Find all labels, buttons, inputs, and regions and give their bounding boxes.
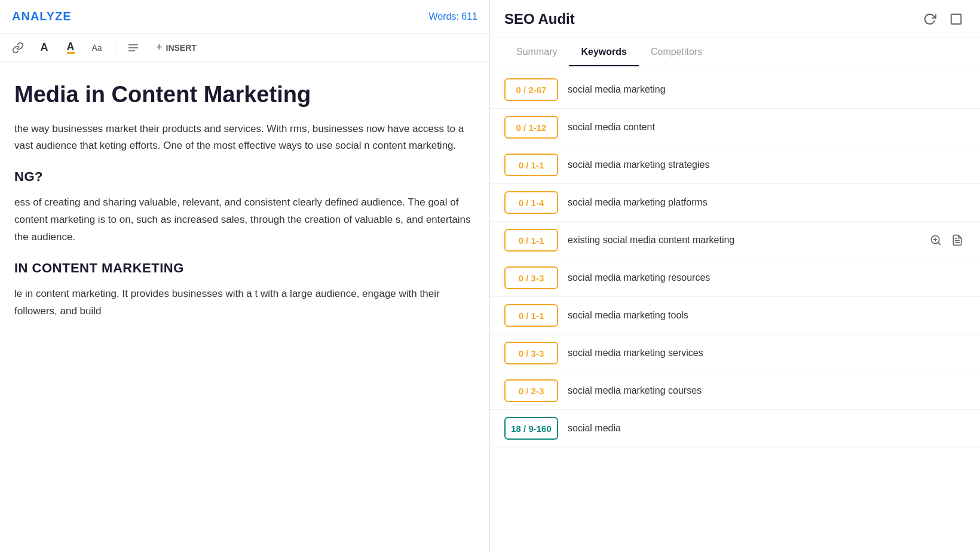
- expand-icon[interactable]: [947, 10, 966, 29]
- seo-header-actions: [920, 10, 966, 29]
- keywords-list: 0 / 2-67 social media marketing 0 / 1-12…: [490, 66, 980, 552]
- keyword-text: existing social media content marketing: [568, 235, 918, 246]
- keyword-badge: 0 / 1-12: [504, 116, 558, 139]
- keyword-article-icon[interactable]: [949, 232, 966, 249]
- keyword-text: social media marketing services: [568, 348, 966, 358]
- keyword-item: 0 / 2-3 social media marketing courses: [490, 372, 980, 410]
- bold-icon[interactable]: A: [36, 39, 53, 56]
- keyword-badge: 0 / 3-3: [504, 266, 558, 289]
- svg-rect-3: [951, 14, 961, 24]
- link-icon[interactable]: [10, 39, 26, 56]
- svg-line-5: [938, 243, 941, 245]
- keyword-badge: 0 / 1-1: [504, 304, 558, 327]
- editor-content[interactable]: Media in Content Marketing the way busin…: [0, 62, 489, 552]
- keyword-badge: 0 / 3-3: [504, 342, 558, 364]
- toolbar-divider: [115, 41, 115, 55]
- doc-title: Media in Content Marketing: [14, 81, 475, 109]
- keyword-text: social media content: [568, 122, 966, 133]
- refresh-icon[interactable]: [920, 10, 939, 29]
- keyword-item: 0 / 1-1 social media marketing strategie…: [490, 146, 980, 184]
- keyword-item: 0 / 3-3 social media marketing resources: [490, 259, 980, 297]
- seo-panel-title: SEO Audit: [504, 11, 575, 27]
- word-count: Words: 611: [428, 11, 477, 22]
- highlight-icon[interactable]: A: [62, 39, 79, 56]
- doc-heading-1: NG?: [14, 169, 475, 185]
- keyword-item-actions: [927, 232, 966, 249]
- tab-summary[interactable]: Summary: [504, 38, 569, 66]
- editor-topbar: ANALYZE Words: 611: [0, 0, 489, 33]
- keyword-badge: 0 / 2-3: [504, 379, 558, 402]
- keyword-item: 0 / 1-4 social media marketing platforms: [490, 184, 980, 222]
- keyword-badge: 0 / 1-4: [504, 191, 558, 214]
- keyword-item: 18 / 9-160 social media: [490, 410, 980, 447]
- keyword-text: social media marketing: [568, 84, 966, 95]
- keyword-item: 0 / 1-1 social media marketing tools: [490, 297, 980, 335]
- keyword-item: 0 / 1-12 social media content: [490, 109, 980, 146]
- editor-toolbar: A A Aa + INSERT: [0, 33, 489, 62]
- tab-competitors[interactable]: Competitors: [639, 38, 714, 66]
- keyword-text: social media marketing strategies: [568, 160, 966, 170]
- keyword-badge: 0 / 2-67: [504, 78, 558, 101]
- keyword-text: social media: [568, 423, 966, 434]
- keyword-search-icon[interactable]: [927, 232, 944, 249]
- keyword-text: social media marketing tools: [568, 310, 966, 321]
- analyze-button[interactable]: ANALYZE: [12, 10, 72, 23]
- keyword-text: social media marketing courses: [568, 385, 966, 396]
- seo-panel: SEO Audit Summary Keywords Competitors 0…: [490, 0, 980, 552]
- align-icon[interactable]: [125, 39, 142, 56]
- keyword-text: social media marketing resources: [568, 272, 966, 283]
- tab-keywords[interactable]: Keywords: [569, 38, 638, 66]
- font-size-icon[interactable]: Aa: [88, 39, 105, 56]
- keyword-text: social media marketing platforms: [568, 197, 966, 208]
- doc-paragraph-1: the way businesses market their products…: [14, 121, 475, 155]
- keyword-badge: 0 / 1-1: [504, 229, 558, 252]
- seo-tabs: Summary Keywords Competitors: [490, 38, 980, 66]
- keyword-item: 0 / 2-67 social media marketing: [490, 71, 980, 109]
- insert-button[interactable]: + INSERT: [151, 39, 201, 56]
- doc-heading-2: IN CONTENT MARKETING: [14, 260, 475, 276]
- editor-panel: ANALYZE Words: 611 A A Aa + INSERT: [0, 0, 490, 552]
- keyword-badge: 18 / 9-160: [504, 417, 558, 440]
- doc-paragraph-2: ess of creating and sharing valuable, re…: [14, 194, 475, 246]
- seo-header: SEO Audit: [490, 0, 980, 38]
- keyword-item: 0 / 3-3 social media marketing services: [490, 335, 980, 372]
- keyword-badge: 0 / 1-1: [504, 154, 558, 176]
- doc-paragraph-3: le in content marketing. It provides bus…: [14, 286, 475, 320]
- keyword-item: 0 / 1-1 existing social media content ma…: [490, 222, 980, 259]
